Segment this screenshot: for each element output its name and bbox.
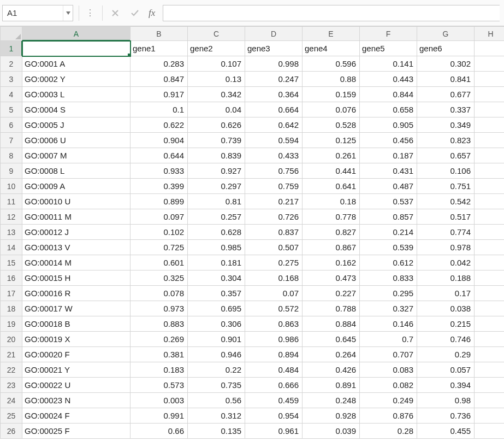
cell[interactable]: 0.899: [131, 194, 188, 209]
row-header[interactable]: 18: [1, 301, 22, 316]
col-header-A[interactable]: A: [22, 27, 131, 41]
cell[interactable]: [475, 316, 505, 332]
cell[interactable]: [475, 240, 505, 255]
cell[interactable]: 0.774: [417, 225, 475, 240]
cell[interactable]: 0.867: [303, 240, 360, 255]
col-header-C[interactable]: C: [188, 27, 245, 41]
cell[interactable]: [475, 72, 505, 87]
col-header-D[interactable]: D: [245, 27, 303, 41]
cell[interactable]: 0.707: [360, 347, 417, 362]
cell[interactable]: GO:0004 S: [22, 102, 131, 117]
cell[interactable]: 0.168: [245, 271, 303, 286]
cell[interactable]: [475, 255, 505, 271]
cell[interactable]: [475, 56, 505, 72]
cell[interactable]: 0.827: [303, 225, 360, 240]
cell[interactable]: 0.394: [417, 378, 475, 393]
row-header[interactable]: 5: [1, 102, 22, 117]
cell[interactable]: GO:00017 W: [22, 301, 131, 316]
cell[interactable]: [475, 133, 505, 148]
cell[interactable]: GO:0009 A: [22, 179, 131, 194]
cell[interactable]: 0.269: [131, 332, 188, 347]
cell[interactable]: 0.257: [188, 209, 245, 225]
cell[interactable]: 0.106: [417, 163, 475, 179]
cell[interactable]: gene5: [360, 41, 417, 56]
cell[interactable]: 0.297: [188, 179, 245, 194]
row-header[interactable]: 15: [1, 255, 22, 271]
cell[interactable]: GO:0008 L: [22, 163, 131, 179]
cell[interactable]: 0.275: [245, 255, 303, 271]
cell[interactable]: GO:00020 F: [22, 347, 131, 362]
cell[interactable]: [475, 179, 505, 194]
select-all-corner[interactable]: [1, 27, 22, 41]
cell[interactable]: 0.973: [131, 301, 188, 316]
cell[interactable]: GO:0006 U: [22, 133, 131, 148]
cell[interactable]: 0.083: [360, 362, 417, 378]
cell[interactable]: 0.302: [417, 56, 475, 72]
cell[interactable]: 0.183: [131, 362, 188, 378]
cell[interactable]: 0.003: [131, 393, 188, 408]
cell[interactable]: 0.076: [303, 102, 360, 117]
cell[interactable]: 0.381: [131, 347, 188, 362]
cell[interactable]: 0.431: [360, 163, 417, 179]
cell[interactable]: 0.306: [188, 316, 245, 332]
cell[interactable]: GO:0002 Y: [22, 72, 131, 87]
cell[interactable]: 0.677: [417, 87, 475, 102]
cell[interactable]: [475, 286, 505, 301]
cell[interactable]: GO:00012 J: [22, 225, 131, 240]
cell[interactable]: 0.349: [417, 117, 475, 133]
cell[interactable]: 0.622: [131, 117, 188, 133]
cell[interactable]: 0.17: [417, 286, 475, 301]
cell[interactable]: 0.29: [417, 347, 475, 362]
cell[interactable]: [475, 163, 505, 179]
cell[interactable]: 0.459: [245, 393, 303, 408]
cell[interactable]: [475, 209, 505, 225]
cell[interactable]: 0.162: [303, 255, 360, 271]
col-header-G[interactable]: G: [417, 27, 475, 41]
cell[interactable]: 0.991: [131, 408, 188, 424]
cell[interactable]: [475, 332, 505, 347]
cell[interactable]: 0.739: [188, 133, 245, 148]
cell[interactable]: 0.917: [131, 87, 188, 102]
row-header[interactable]: 11: [1, 194, 22, 209]
cell[interactable]: 0.28: [360, 424, 417, 439]
row-header[interactable]: 17: [1, 286, 22, 301]
cell[interactable]: 0.823: [417, 133, 475, 148]
cell[interactable]: 0.573: [131, 378, 188, 393]
cell[interactable]: 0.626: [188, 117, 245, 133]
cell[interactable]: [475, 424, 505, 439]
name-box[interactable]: A1: [2, 5, 73, 21]
row-header[interactable]: 13: [1, 225, 22, 240]
cell[interactable]: 0.342: [188, 87, 245, 102]
cell[interactable]: 0.1: [131, 102, 188, 117]
row-header[interactable]: 22: [1, 362, 22, 378]
cell[interactable]: 0.181: [188, 255, 245, 271]
cell[interactable]: 0.645: [303, 332, 360, 347]
col-header-B[interactable]: B: [131, 27, 188, 41]
cell[interactable]: 0.327: [360, 301, 417, 316]
cell[interactable]: 0.657: [417, 148, 475, 163]
cell[interactable]: 0.833: [360, 271, 417, 286]
cell[interactable]: 0.933: [131, 163, 188, 179]
cell[interactable]: GO:0003 L: [22, 87, 131, 102]
cell[interactable]: [475, 41, 505, 56]
col-header-H[interactable]: H: [475, 27, 505, 41]
cell[interactable]: [475, 301, 505, 316]
cell[interactable]: 0.078: [131, 286, 188, 301]
cell[interactable]: 0.954: [245, 408, 303, 424]
cell[interactable]: 0.658: [360, 102, 417, 117]
cell[interactable]: 0.788: [303, 301, 360, 316]
cell[interactable]: 0.844: [360, 87, 417, 102]
cell[interactable]: GO:00025 F: [22, 424, 131, 439]
cell[interactable]: 0.756: [245, 163, 303, 179]
cell[interactable]: 0.978: [417, 240, 475, 255]
cell[interactable]: [475, 347, 505, 362]
row-header[interactable]: 3: [1, 72, 22, 87]
cell[interactable]: 0.664: [245, 102, 303, 117]
cell[interactable]: 0.22: [188, 362, 245, 378]
cell[interactable]: 0.487: [360, 179, 417, 194]
cell[interactable]: 0.125: [303, 133, 360, 148]
cell[interactable]: [475, 102, 505, 117]
cell[interactable]: 0.641: [303, 179, 360, 194]
cell[interactable]: [475, 362, 505, 378]
cell[interactable]: 0.88: [303, 72, 360, 87]
